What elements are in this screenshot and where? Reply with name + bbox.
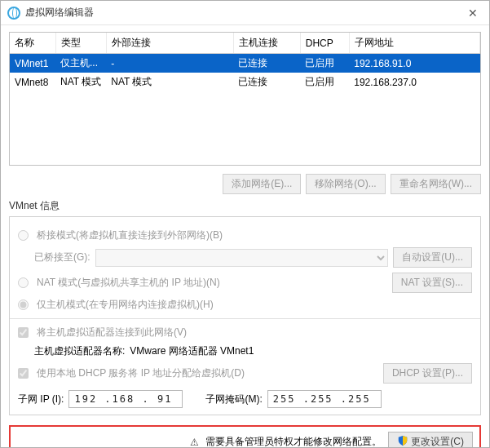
bridged-to-label: 已桥接至(G): xyxy=(34,251,90,264)
titlebar: 虚拟网络编辑器 ✕ xyxy=(1,1,489,25)
subnet-mask-input[interactable] xyxy=(267,390,382,408)
col-host[interactable]: 主机连接 xyxy=(233,33,300,54)
nat-settings-button: NAT 设置(S)... xyxy=(392,273,472,293)
close-icon[interactable]: ✕ xyxy=(463,7,483,20)
table-header-row: 名称 类型 外部连接 主机连接 DHCP 子网地址 xyxy=(10,33,480,54)
col-ext[interactable]: 外部连接 xyxy=(106,33,233,54)
table-empty-area xyxy=(10,91,480,165)
bridged-to-select xyxy=(95,249,389,267)
bridge-radio xyxy=(18,230,29,241)
nat-radio xyxy=(18,277,29,288)
subnet-mask-label: 子网掩码(M): xyxy=(205,393,262,406)
dhcp-checkbox xyxy=(18,368,29,379)
remove-network-button[interactable]: 移除网络(O)... xyxy=(306,174,385,194)
host-adapter-label: 将主机虚拟适配器连接到此网络(V) xyxy=(37,326,187,339)
rename-network-button[interactable]: 重命名网络(W)... xyxy=(391,174,481,194)
admin-warning-text: 需要具备管理员特权才能修改网络配置。 xyxy=(205,435,382,448)
app-icon xyxy=(7,7,20,20)
add-network-button[interactable]: 添加网络(E)... xyxy=(223,174,301,194)
col-type[interactable]: 类型 xyxy=(55,33,106,54)
dhcp-label: 使用本地 DHCP 服务将 IP 地址分配给虚拟机(D) xyxy=(37,366,245,380)
warning-icon: ⚠ xyxy=(190,437,199,448)
nat-label: NAT 模式(与虚拟机共享主机的 IP 地址)(N) xyxy=(37,276,220,290)
col-name[interactable]: 名称 xyxy=(10,33,55,54)
col-dhcp[interactable]: DHCP xyxy=(300,33,349,54)
auto-settings-button: 自动设置(U)... xyxy=(393,247,472,268)
network-table[interactable]: 名称 类型 外部连接 主机连接 DHCP 子网地址 VMnet1 仅主机... … xyxy=(9,32,481,166)
host-adapter-checkbox xyxy=(18,327,29,338)
hostonly-label: 仅主机模式(在专用网络内连接虚拟机)(H) xyxy=(37,298,214,312)
hostonly-radio xyxy=(18,299,29,310)
subnet-ip-label: 子网 IP (I): xyxy=(18,393,64,406)
admin-warning-bar: ⚠ 需要具备管理员特权才能修改网络配置。 更改设置(C) xyxy=(9,425,481,448)
dhcp-settings-button: DHCP 设置(P)... xyxy=(383,363,472,384)
vmnet-info-panel: 桥接模式(将虚拟机直接连接到外部网络)(B) 已桥接至(G): 自动设置(U).… xyxy=(9,216,481,415)
subnet-ip-input[interactable] xyxy=(68,390,183,408)
table-row[interactable]: VMnet8 NAT 模式 NAT 模式 已连接 已启用 192.168.237… xyxy=(10,73,480,91)
col-subnet[interactable]: 子网地址 xyxy=(349,33,479,54)
window-title: 虚拟网络编辑器 xyxy=(25,6,94,20)
bridge-label: 桥接模式(将虚拟机直接连接到外部网络)(B) xyxy=(37,228,223,242)
table-row[interactable]: VMnet1 仅主机... - 已连接 已启用 192.168.91.0 xyxy=(10,54,480,73)
host-adapter-name: VMware 网络适配器 VMnet1 xyxy=(130,344,254,358)
host-adapter-name-label: 主机虚拟适配器名称: xyxy=(34,344,125,358)
vmnet-info-label: VMnet 信息 xyxy=(9,199,481,213)
shield-icon xyxy=(397,435,408,446)
change-settings-button[interactable]: 更改设置(C) xyxy=(388,432,473,448)
